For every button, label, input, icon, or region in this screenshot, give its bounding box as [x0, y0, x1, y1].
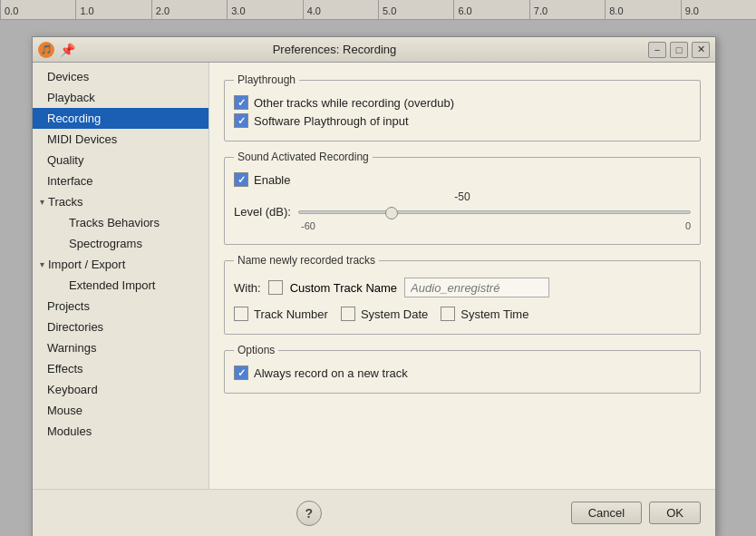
sidebar-item-modules[interactable]: Modules: [33, 421, 208, 442]
software-playthrough-checkbox[interactable]: [234, 113, 248, 128]
cancel-button[interactable]: Cancel: [571, 502, 642, 524]
tracks-collapse-icon: ▾: [40, 197, 44, 207]
level-slider-section: -50 Level (dB): -60 0: [234, 190, 691, 231]
sidebar-item-quality[interactable]: Quality: [33, 150, 208, 171]
sidebar-item-recording[interactable]: Recording: [33, 108, 208, 129]
sidebar-item-spectrograms[interactable]: Spectrograms: [33, 233, 208, 254]
help-button[interactable]: ?: [296, 501, 322, 526]
ruler-tick: 9.0: [681, 0, 756, 19]
with-label: With:: [234, 281, 261, 295]
ruler-tick: 4.0: [303, 0, 378, 19]
import-export-collapse-icon: ▾: [40, 259, 44, 269]
preferences-dialog: 🎵 📌 Preferences: Recording − □ ✕ Devices…: [32, 36, 716, 536]
ruler-tick: 3.0: [227, 0, 302, 19]
slider-center-value: -50: [234, 190, 691, 203]
software-playthrough-row: Software Playthrough of input: [234, 113, 691, 128]
level-label: Level (dB):: [234, 205, 291, 219]
with-row: With: Custom Track Name: [234, 278, 691, 297]
name-options-row: Track Number System Date System Time: [234, 303, 691, 325]
always-new-track-checkbox[interactable]: [234, 365, 248, 380]
system-time-row: System Time: [441, 307, 528, 321]
sidebar-item-interface[interactable]: Interface: [33, 171, 208, 191]
sidebar-item-playback[interactable]: Playback: [33, 87, 208, 108]
level-slider-thumb[interactable]: [385, 207, 398, 219]
track-number-row: Track Number: [234, 307, 328, 321]
name-tracks-section: Name newly recorded tracks With: Custom …: [224, 254, 701, 335]
footer-center: ?: [47, 501, 571, 526]
system-date-checkbox[interactable]: [341, 307, 355, 321]
ruler-tick: 8.0: [605, 0, 680, 19]
sidebar-item-projects[interactable]: Projects: [33, 296, 208, 317]
titlebar: 🎵 📌 Preferences: Recording − □ ✕: [33, 37, 715, 63]
close-button[interactable]: ✕: [692, 42, 710, 58]
custom-track-name-checkbox[interactable]: [268, 280, 283, 295]
sidebar-item-directories[interactable]: Directories: [33, 317, 208, 337]
window-controls: − □ ✕: [648, 42, 710, 58]
ruler-tick: 7.0: [529, 0, 605, 19]
sidebar-item-extended-import[interactable]: Extended Import: [33, 275, 208, 296]
ruler-tick: 5.0: [378, 0, 453, 19]
dialog-footer: ? Cancel OK: [33, 489, 715, 536]
maximize-button[interactable]: □: [670, 42, 688, 58]
ruler-ticks: 0.01.02.03.04.05.06.07.08.09.0: [0, 0, 756, 19]
always-new-track-row: Always record on a new track: [234, 365, 691, 380]
enable-row: Enable: [234, 172, 691, 187]
dialog-title: Preferences: Recording: [21, 43, 648, 56]
sidebar-item-keyboard[interactable]: Keyboard: [33, 379, 208, 400]
sidebar: Devices Playback Recording MIDI Devices …: [33, 63, 209, 489]
always-new-track-label[interactable]: Always record on a new track: [254, 366, 408, 380]
track-number-checkbox[interactable]: [234, 307, 248, 321]
ruler-tick: 1.0: [75, 0, 150, 19]
footer-right: Cancel OK: [571, 502, 701, 524]
ok-button[interactable]: OK: [649, 502, 701, 524]
system-date-label[interactable]: System Date: [361, 307, 428, 321]
playthrough-legend: Playthrough: [234, 73, 299, 86]
minimize-button[interactable]: −: [648, 42, 666, 58]
slider-min: -60: [301, 220, 315, 231]
overdub-label[interactable]: Other tracks while recording (overdub): [254, 96, 454, 110]
overdub-row: Other tracks while recording (overdub): [234, 95, 691, 110]
options-section: Options Always record on a new track: [224, 344, 701, 394]
slider-max: 0: [685, 220, 691, 231]
custom-track-name-input[interactable]: [404, 278, 549, 297]
sidebar-item-tracks-behaviors[interactable]: Tracks Behaviors: [33, 212, 208, 233]
enable-label[interactable]: Enable: [254, 173, 290, 187]
system-time-checkbox[interactable]: [441, 307, 455, 321]
sidebar-group-import-export[interactable]: ▾ Import / Export: [33, 254, 208, 275]
sound-activated-legend: Sound Activated Recording: [234, 151, 373, 163]
system-time-label[interactable]: System Time: [460, 307, 528, 321]
ruler-tick: 2.0: [151, 0, 227, 19]
sidebar-item-effects[interactable]: Effects: [33, 358, 208, 379]
sidebar-group-tracks-label: Tracks: [48, 195, 83, 209]
overdub-checkbox[interactable]: [234, 95, 248, 110]
system-date-row: System Date: [341, 307, 428, 321]
sidebar-item-mouse[interactable]: Mouse: [33, 400, 208, 421]
enable-checkbox[interactable]: [234, 172, 248, 187]
dialog-content: Devices Playback Recording MIDI Devices …: [33, 63, 715, 489]
level-slider-track[interactable]: [298, 210, 691, 214]
sidebar-item-warnings[interactable]: Warnings: [33, 337, 208, 358]
sidebar-item-devices[interactable]: Devices: [33, 66, 208, 87]
ruler-tick: 0.0: [0, 0, 75, 19]
options-legend: Options: [234, 344, 278, 356]
sidebar-group-tracks[interactable]: ▾ Tracks: [33, 191, 208, 212]
name-tracks-legend: Name newly recorded tracks: [234, 254, 379, 267]
slider-minmax: -60 0: [234, 220, 691, 231]
ruler: 0.01.02.03.04.05.06.07.08.09.0: [0, 0, 756, 20]
sidebar-group-import-export-label: Import / Export: [48, 258, 125, 271]
main-panel: Playthrough Other tracks while recording…: [209, 63, 715, 489]
track-number-label[interactable]: Track Number: [254, 307, 328, 321]
playthrough-section: Playthrough Other tracks while recording…: [224, 73, 701, 141]
sound-activated-section: Sound Activated Recording Enable -50 Lev…: [224, 151, 701, 245]
custom-track-name-label[interactable]: Custom Track Name: [290, 281, 397, 295]
software-playthrough-label[interactable]: Software Playthrough of input: [254, 114, 409, 128]
sidebar-item-midi-devices[interactable]: MIDI Devices: [33, 129, 208, 150]
ruler-tick: 6.0: [453, 0, 528, 19]
slider-container: Level (dB):: [234, 205, 691, 219]
